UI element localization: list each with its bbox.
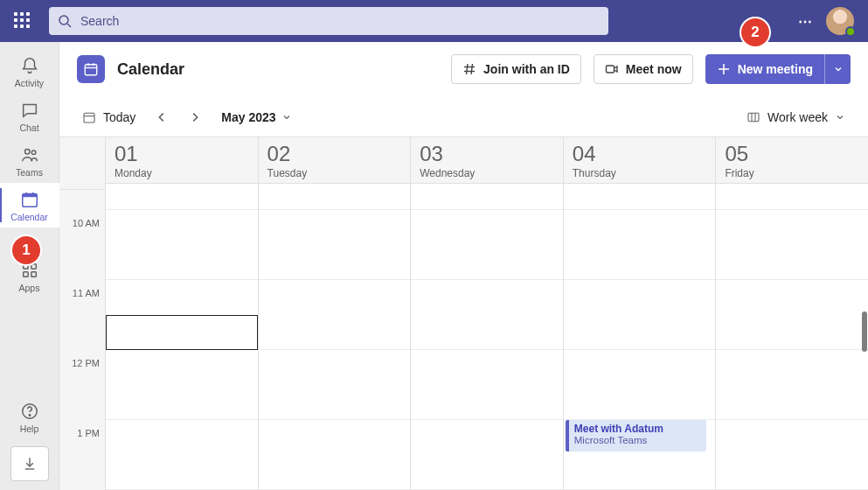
day-column-monday[interactable]: 01 Monday <box>105 137 258 490</box>
avatar[interactable] <box>826 7 854 35</box>
svg-rect-8 <box>23 264 28 270</box>
svg-rect-27 <box>748 113 759 121</box>
day-number: 03 <box>420 143 554 165</box>
month-label: May 2023 <box>221 110 275 124</box>
svg-line-19 <box>471 64 473 74</box>
time-column: 10 AM 11 AM 12 PM 1 PM <box>59 137 105 490</box>
time-label: 12 PM <box>59 356 105 426</box>
svg-line-18 <box>467 64 469 74</box>
day-name: Monday <box>115 167 249 179</box>
view-label: Work week <box>767 110 828 124</box>
calendar-main: Calendar Join with an ID Meet now New me… <box>59 42 868 490</box>
new-meeting-button[interactable]: New meeting <box>705 54 824 84</box>
svg-rect-25 <box>84 113 94 122</box>
day-name: Thursday <box>573 167 707 179</box>
search-box[interactable] <box>49 7 608 35</box>
today-button[interactable]: Today <box>77 107 141 128</box>
calendar-subheader: Today May 2023 Work week <box>59 96 868 136</box>
meet-now-button[interactable]: Meet now <box>594 54 693 84</box>
svg-rect-14 <box>85 65 97 75</box>
day-number: 04 <box>573 143 707 165</box>
svg-rect-9 <box>31 264 36 270</box>
day-name: Friday <box>725 167 859 179</box>
prev-week[interactable] <box>149 105 174 130</box>
page-title: Calendar <box>117 60 184 79</box>
calendar-grid: 10 AM 11 AM 12 PM 1 PM 01 Monday <box>59 136 868 490</box>
day-column-thursday[interactable]: 04 Thursday Meet with Adatum Microsoft T… <box>563 137 716 490</box>
rail-chat[interactable]: Chat <box>0 94 59 138</box>
button-label: New meeting <box>738 62 813 76</box>
svg-rect-10 <box>23 272 28 277</box>
day-name: Wednesday <box>420 167 554 179</box>
day-column-tuesday[interactable]: 02 Tuesday <box>258 137 411 490</box>
svg-rect-22 <box>606 66 614 73</box>
svg-rect-5 <box>22 194 37 198</box>
button-label: Today <box>103 110 135 124</box>
rail-help[interactable]: Help <box>0 395 59 439</box>
rail-label: Chat <box>19 122 38 133</box>
time-label: 1 PM <box>59 426 105 490</box>
rail-apps[interactable]: Apps <box>0 254 59 298</box>
day-number: 05 <box>725 143 859 165</box>
day-header: 01 Monday <box>106 137 258 184</box>
svg-rect-11 <box>31 272 36 277</box>
join-with-id-button[interactable]: Join with an ID <box>451 54 581 84</box>
calendar-event[interactable]: Meet with Adatum Microsoft Teams <box>566 420 707 452</box>
svg-line-1 <box>67 24 71 27</box>
svg-point-3 <box>31 150 36 155</box>
time-label: 11 AM <box>59 286 105 356</box>
next-week[interactable] <box>183 105 207 130</box>
day-column-friday[interactable]: 05 Friday <box>715 137 868 490</box>
selected-timeslot[interactable] <box>106 315 258 350</box>
rail-label: Teams <box>16 167 43 178</box>
svg-point-2 <box>24 150 30 155</box>
calendar-icon <box>77 55 105 83</box>
title-bar: ⋯ <box>0 0 868 42</box>
presence-indicator <box>845 26 856 37</box>
day-header: 02 Tuesday <box>259 137 411 184</box>
day-header: 05 Friday <box>716 137 868 184</box>
time-label: 10 AM <box>59 216 105 286</box>
rail-teams[interactable]: Teams <box>0 138 59 183</box>
rail-label: Activity <box>15 78 44 88</box>
day-name: Tuesday <box>267 167 402 179</box>
app-launcher[interactable] <box>14 12 31 30</box>
button-label: Join with an ID <box>483 62 570 76</box>
day-number: 02 <box>267 143 402 165</box>
download-button[interactable] <box>10 446 49 481</box>
rail-activity[interactable]: Activity <box>0 49 59 94</box>
event-title: Meet with Adatum <box>574 423 702 435</box>
days-container: 01 Monday 02 Tuesday <box>105 137 868 490</box>
button-label: Meet now <box>626 62 682 76</box>
rail-label: Calendar <box>10 212 48 222</box>
search-input[interactable] <box>79 13 600 29</box>
svg-point-13 <box>29 415 30 416</box>
day-header: 03 Wednesday <box>411 137 563 184</box>
more-menu[interactable]: ⋯ <box>798 13 814 30</box>
event-subtitle: Microsoft Teams <box>574 435 702 445</box>
new-meeting-dropdown[interactable] <box>824 54 851 84</box>
time-label <box>59 190 105 216</box>
day-header: 04 Thursday <box>564 137 716 184</box>
calendar-header: Calendar Join with an ID Meet now New me… <box>59 42 868 96</box>
svg-point-0 <box>59 16 68 24</box>
rail-label: Apps <box>19 283 40 293</box>
day-column-wednesday[interactable]: 03 Wednesday <box>410 137 563 490</box>
rail-calendar[interactable]: Calendar <box>0 183 59 228</box>
rail-label: Help <box>20 424 39 434</box>
new-meeting-split: New meeting <box>705 54 851 84</box>
scrollbar-thumb[interactable] <box>862 312 867 352</box>
app-rail: Activity Chat Teams Calendar Apps Help <box>0 42 59 490</box>
day-number: 01 <box>115 143 249 165</box>
month-picker[interactable]: May 2023 <box>216 107 296 128</box>
search-icon <box>58 14 72 28</box>
view-picker[interactable]: Work week <box>741 107 851 128</box>
